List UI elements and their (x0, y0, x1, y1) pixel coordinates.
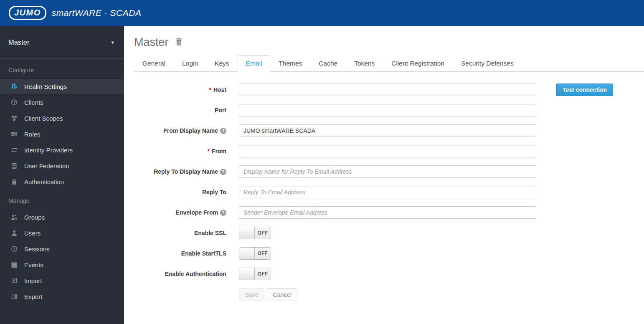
reply-to-display-name-input[interactable] (239, 165, 536, 178)
enable-starttls-toggle[interactable]: OFF (239, 247, 271, 260)
sliders-icon (10, 83, 18, 90)
required-marker: * (209, 86, 211, 93)
tab-bar: General Login Keys Email Themes Cache To… (134, 55, 644, 72)
enable-authentication-toggle[interactable]: OFF (239, 268, 271, 280)
sidebar-item-authentication[interactable]: Authentication (0, 174, 124, 190)
email-settings-form: * Host Test connection Port From Display… (134, 84, 644, 301)
toggle-off-label: OFF (255, 227, 271, 239)
enable-ssl-toggle[interactable]: OFF (239, 227, 271, 239)
delete-realm-button[interactable] (175, 38, 183, 47)
help-icon[interactable]: ? (220, 128, 226, 134)
tab-cache[interactable]: Cache (310, 55, 346, 72)
sidebar-item-label: Sessions (24, 246, 50, 253)
cancel-button[interactable]: Cancel (267, 288, 297, 301)
from-label: * From (134, 148, 226, 154)
sidebar-item-roles[interactable]: Roles (0, 126, 124, 142)
sidebar-item-label: Users (24, 230, 41, 237)
sidebar-section-configure: Configure (0, 59, 124, 78)
sidebar-item-label: Identity Providers (24, 147, 73, 154)
port-input[interactable] (239, 104, 536, 116)
sidebar-item-identity-providers[interactable]: Identity Providers (0, 142, 124, 158)
field-row-host: * Host Test connection (134, 84, 644, 96)
host-input[interactable] (239, 84, 536, 96)
page-title: Master (134, 36, 169, 49)
toggle-handle (239, 248, 255, 259)
group-icon (10, 214, 18, 220)
field-row-reply-to: Reply To (134, 186, 644, 198)
help-icon[interactable]: ? (220, 210, 226, 216)
topbar: JUMO smartWARE · SCADA (0, 0, 644, 26)
field-row-enable-ssl: Enable SSL OFF (134, 227, 644, 239)
from-display-name-input[interactable] (239, 124, 536, 137)
lock-icon (10, 178, 18, 185)
import-icon (10, 277, 18, 284)
sidebar-item-groups[interactable]: Groups (0, 209, 124, 225)
tab-login[interactable]: Login (174, 55, 206, 72)
envelope-from-input[interactable] (239, 206, 536, 219)
test-connection-button[interactable]: Test connection (556, 84, 613, 96)
sidebar-item-realm-settings[interactable]: Realm Settings (0, 78, 124, 94)
save-button[interactable]: Save (239, 288, 264, 301)
calendar-icon (10, 261, 18, 268)
field-row-reply-to-display-name: Reply To Display Name ? (134, 165, 644, 178)
enable-authentication-label: Enable Authentication (134, 271, 226, 277)
tab-keys[interactable]: Keys (206, 55, 237, 72)
sidebar-item-label: Authentication (24, 178, 64, 185)
sidebar-section-manage: Manage (0, 190, 124, 209)
user-icon (10, 230, 18, 236)
trash-icon (175, 38, 183, 47)
cube-icon (10, 99, 18, 106)
tab-security-defenses[interactable]: Security Defenses (453, 55, 522, 72)
sidebar-item-events[interactable]: Events (0, 257, 124, 273)
sidebar-item-label: Realm Settings (24, 83, 67, 90)
sidebar-item-user-federation[interactable]: User Federation (0, 158, 124, 174)
clock-icon (10, 246, 18, 252)
main-content: Master General Login Keys Email Themes C… (124, 26, 644, 324)
toggle-off-label: OFF (255, 268, 271, 280)
field-row-envelope-from: Envelope From ? (134, 206, 644, 219)
field-row-enable-starttls: Enable StartTLS OFF (134, 247, 644, 260)
port-label: Port (134, 107, 226, 114)
tab-client-registration[interactable]: Client Registration (383, 55, 453, 72)
sidebar-item-label: Events (24, 261, 43, 268)
tab-tokens[interactable]: Tokens (346, 55, 383, 72)
help-icon[interactable]: ? (220, 169, 226, 175)
enable-starttls-label: Enable StartTLS (134, 250, 226, 257)
form-actions-row: Save Cancel (134, 288, 644, 301)
from-input[interactable] (239, 145, 536, 157)
brand-text: smartWARE · SCADA (52, 8, 142, 18)
export-icon (10, 293, 18, 300)
required-marker: * (208, 148, 210, 154)
sidebar-item-label: Export (24, 293, 42, 300)
realm-selector-label: Master (8, 38, 29, 46)
sidebar-item-label: Groups (24, 214, 45, 221)
enable-ssl-label: Enable SSL (134, 230, 226, 236)
chevron-down-icon: ▾ (111, 39, 114, 46)
tab-general[interactable]: General (134, 55, 174, 72)
sidebar-item-import[interactable]: Import (0, 273, 124, 289)
reply-to-display-name-label: Reply To Display Name ? (134, 168, 226, 175)
sidebar-item-client-scopes[interactable]: Client Scopes (0, 110, 124, 126)
realm-selector[interactable]: Master ▾ (0, 26, 124, 59)
from-display-name-label: From Display Name ? (134, 127, 226, 134)
exchange-arrows-icon (10, 147, 18, 153)
tab-themes[interactable]: Themes (270, 55, 310, 72)
sidebar-item-label: Import (24, 277, 42, 284)
reply-to-label: Reply To (134, 189, 226, 195)
sidebar-item-clients[interactable]: Clients (0, 94, 124, 110)
sidebar-item-export[interactable]: Export (0, 289, 124, 304)
field-row-enable-authentication: Enable Authentication OFF (134, 268, 644, 280)
sidebar-item-sessions[interactable]: Sessions (0, 241, 124, 257)
reply-to-input[interactable] (239, 186, 536, 198)
jumo-logo: JUMO (9, 6, 46, 20)
sidebar-item-users[interactable]: Users (0, 225, 124, 241)
field-row-from: * From (134, 145, 644, 157)
envelope-from-label: Envelope From ? (134, 209, 226, 216)
list-icon (10, 131, 18, 137)
sidebar: Master ▾ Configure Realm Settings Client… (0, 26, 124, 324)
toggle-off-label: OFF (255, 248, 271, 259)
field-row-from-display-name: From Display Name ? (134, 124, 644, 137)
tab-email[interactable]: Email (238, 55, 271, 72)
toggle-handle (239, 268, 255, 280)
sidebar-item-label: Clients (24, 99, 43, 106)
